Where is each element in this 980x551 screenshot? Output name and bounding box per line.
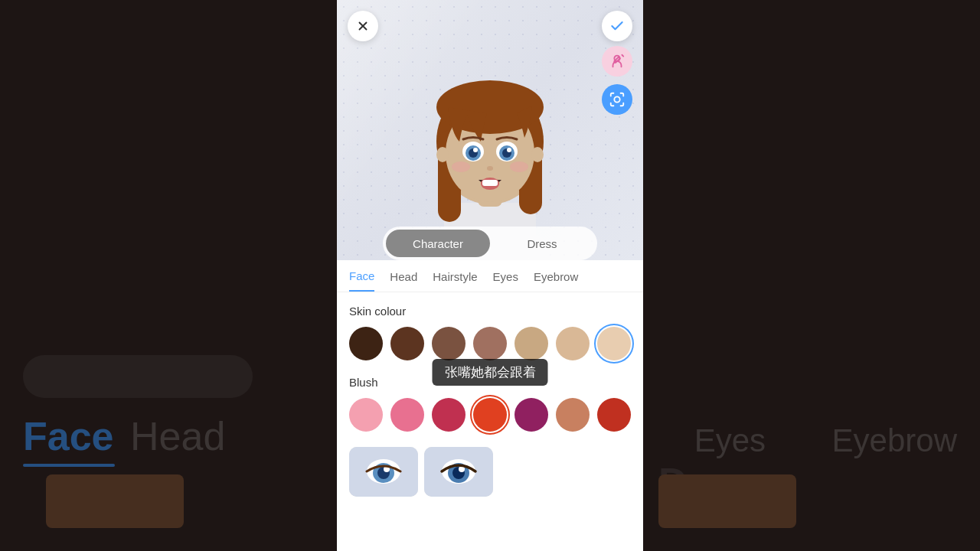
eye-thumb-2[interactable]: [424, 447, 493, 497]
svg-rect-10: [438, 130, 461, 222]
subtitle-text: 张嘴她都会跟着: [433, 359, 548, 386]
svg-point-21: [507, 148, 511, 152]
bg-face-label: Face: [23, 413, 114, 459]
feature-tabs: Face Head Hairstyle Eyes Eyebrow: [337, 260, 643, 292]
bg-eyes-label: Eyes: [694, 422, 766, 459]
close-button[interactable]: [348, 11, 378, 41]
tab-face[interactable]: Face: [349, 269, 374, 292]
svg-point-23: [481, 178, 499, 190]
bottom-area: Face Head Hairstyle Eyes Eyebrow Skin co…: [337, 260, 643, 551]
bg-eyebrow-label: Eyebrow: [832, 422, 957, 459]
skin-swatch-3[interactable]: [432, 327, 466, 360]
skin-swatch-6[interactable]: [556, 327, 590, 360]
svg-point-22: [487, 166, 493, 171]
svg-point-18: [496, 142, 518, 161]
svg-point-27: [452, 161, 470, 172]
svg-point-16: [469, 148, 478, 158]
svg-line-3: [622, 55, 623, 57]
background-left: Face Head: [0, 0, 337, 551]
blush-swatch-5[interactable]: [514, 398, 548, 432]
content-scroll[interactable]: Skin colour Blush 张嘴她都会跟着: [337, 292, 643, 551]
skin-colour-swatches: [349, 327, 631, 360]
bg-swatch: [46, 474, 184, 528]
skin-swatch-5[interactable]: [514, 327, 548, 360]
svg-rect-24: [482, 180, 498, 186]
skin-colour-label: Skin colour: [349, 305, 631, 318]
skin-swatch-7[interactable]: [597, 327, 631, 360]
tab-hairstyle[interactable]: Hairstyle: [433, 270, 477, 291]
svg-point-28: [510, 161, 528, 172]
eye-thumb-1[interactable]: [349, 447, 418, 497]
avatar-figure: [390, 23, 590, 260]
svg-point-8: [438, 94, 542, 204]
svg-point-15: [466, 145, 481, 161]
blush-swatch-6[interactable]: [556, 398, 590, 432]
skin-swatch-1[interactable]: [349, 327, 383, 360]
svg-point-4: [614, 96, 619, 102]
svg-point-9: [436, 84, 544, 199]
confirm-button[interactable]: [602, 11, 632, 41]
ar-face-button[interactable]: [602, 84, 632, 115]
bg-right-swatch: [658, 474, 796, 528]
edit-avatar-button[interactable]: [602, 46, 632, 77]
dress-tab[interactable]: Dress: [490, 230, 594, 257]
mode-tabs: Character Dress: [383, 227, 597, 260]
blush-swatches: [349, 398, 631, 432]
bg-head-label: Head: [130, 413, 225, 459]
svg-rect-7: [478, 176, 502, 207]
main-panel: Character Dress Face Head Hairstyle Eyes…: [337, 0, 643, 551]
bg-face-underline: [23, 464, 115, 467]
background-right: Eyebrow Eyes Dress: [643, 0, 980, 551]
svg-point-25: [436, 147, 449, 162]
character-tab[interactable]: Character: [386, 230, 490, 257]
tab-head[interactable]: Head: [390, 270, 417, 291]
svg-point-13: [436, 80, 544, 134]
blush-swatch-1[interactable]: [349, 398, 383, 432]
skin-swatch-4[interactable]: [473, 327, 507, 360]
tab-eyes[interactable]: Eyes: [493, 270, 518, 291]
blush-swatch-2[interactable]: [390, 398, 424, 432]
avatar-area: Character Dress: [337, 0, 643, 260]
svg-point-14: [462, 142, 484, 161]
svg-point-26: [531, 147, 544, 162]
blush-swatch-3[interactable]: [432, 398, 466, 432]
tab-eyebrow[interactable]: Eyebrow: [534, 270, 578, 291]
bg-tab: [23, 355, 253, 398]
blush-swatch-4[interactable]: [473, 398, 507, 432]
svg-point-17: [473, 148, 478, 152]
svg-rect-11: [519, 130, 542, 214]
svg-point-20: [502, 148, 511, 158]
blush-row-container: 张嘴她都会跟着: [349, 398, 631, 432]
skin-swatch-2[interactable]: [390, 327, 424, 360]
blush-swatch-7[interactable]: [597, 398, 631, 432]
side-icons: [602, 46, 632, 115]
svg-point-12: [446, 104, 534, 202]
eye-previews: [349, 447, 631, 497]
svg-point-19: [499, 145, 514, 161]
